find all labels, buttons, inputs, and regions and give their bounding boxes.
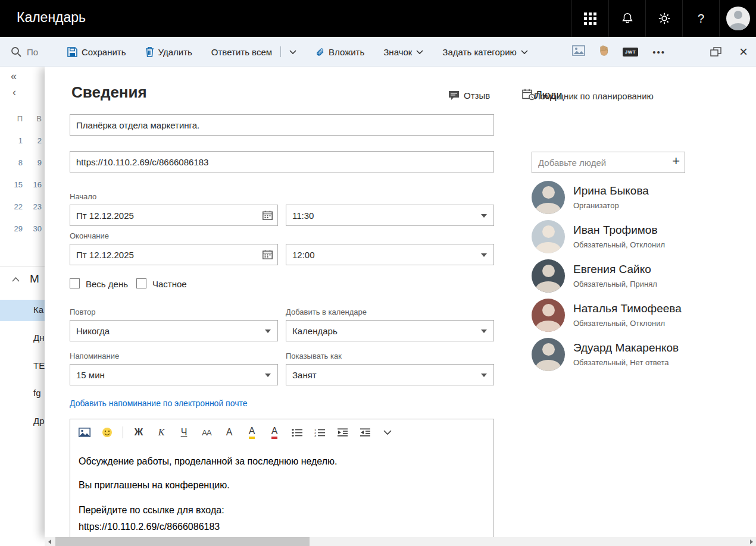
minical-day[interactable]: 22 <box>6 202 23 211</box>
body-editor[interactable]: Ж К Ч АА А А А 123 <box>70 419 494 538</box>
feedback-button[interactable]: Отзыв <box>448 90 490 101</box>
indent-icon[interactable] <box>358 425 372 440</box>
add-people-input[interactable] <box>532 152 685 173</box>
attendee-name[interactable]: Эдуард Макаренков <box>573 341 679 354</box>
hand-icon <box>599 45 608 56</box>
account-button[interactable] <box>719 0 756 37</box>
insert-image-icon[interactable] <box>77 425 92 440</box>
all-day-checkbox[interactable] <box>70 278 80 288</box>
delete-button[interactable]: Удалить <box>145 46 192 57</box>
pop-out-button[interactable] <box>710 37 721 67</box>
minical-day[interactable]: 30 <box>25 224 42 233</box>
flag-button[interactable]: Значок <box>383 47 423 57</box>
flag-label: Значок <box>383 47 412 57</box>
more-formatting-icon[interactable] <box>380 425 395 440</box>
raise-hand-button[interactable] <box>599 45 608 58</box>
end-date-input[interactable] <box>70 244 278 265</box>
horizontal-scrollbar[interactable] <box>45 537 756 546</box>
close-icon: × <box>739 45 748 59</box>
bullet-list-button[interactable] <box>290 425 304 440</box>
attendee-name[interactable]: Иван Трофимов <box>573 224 658 237</box>
top-app-bar: Календарь ? <box>0 0 756 37</box>
command-items: Сохранить Удалить Ответить всем Вложить … <box>67 37 528 67</box>
search-button[interactable]: По <box>11 37 38 67</box>
attendee-name[interactable]: Наталья Тимофеева <box>573 302 682 315</box>
minical-day[interactable]: 16 <box>25 180 42 189</box>
emoji-icon[interactable] <box>100 425 114 440</box>
scroll-right-arrow[interactable] <box>746 537 756 546</box>
bell-icon <box>621 12 634 25</box>
end-time-select[interactable]: 12:00 <box>286 244 494 265</box>
weekday-header: В <box>25 114 42 123</box>
scroll-left-arrow[interactable] <box>45 537 54 546</box>
categorize-button[interactable]: Задать категорию <box>442 47 527 57</box>
attendee-name[interactable]: Евгения Сайко <box>573 263 651 276</box>
add-person-icon[interactable]: + <box>672 153 680 169</box>
sidebar-item-other[interactable]: Др <box>33 416 45 426</box>
search-placeholder: По <box>27 47 38 57</box>
start-time-select[interactable]: 11:30 <box>286 205 494 226</box>
calendar-group-label[interactable]: М <box>30 272 39 285</box>
minical-day[interactable]: 8 <box>6 158 23 167</box>
sidebar-item-birthdays[interactable]: Дн <box>33 332 44 343</box>
attendee-avatar <box>532 259 565 293</box>
body-line: https://10.110.2.69/c/8666086183 <box>79 522 220 532</box>
divider <box>123 426 123 438</box>
insert-picture-button[interactable] <box>572 45 585 58</box>
sidebar-item-fg[interactable]: fg <box>33 388 41 398</box>
app-launcher-button[interactable] <box>571 0 608 37</box>
email-reminder-link[interactable]: Добавить напоминание по электронной почт… <box>70 398 248 408</box>
private-checkbox[interactable] <box>136 278 146 288</box>
notifications-button[interactable] <box>608 0 645 37</box>
attach-button[interactable]: Вложить <box>315 46 364 57</box>
italic-button[interactable]: К <box>154 425 168 440</box>
datepicker-icon[interactable] <box>263 211 273 222</box>
font-button[interactable]: АА <box>199 425 214 440</box>
scheduling-assistant-button[interactable]: Помощник по планированию <box>534 91 654 101</box>
collapse-group-icon[interactable] <box>12 277 20 282</box>
repeat-select[interactable]: Никогда <box>70 320 278 341</box>
save-button[interactable]: Сохранить <box>67 47 126 57</box>
minical-day[interactable]: 29 <box>6 224 23 233</box>
scrollbar-thumb[interactable] <box>55 537 310 546</box>
minical-day[interactable]: 1 <box>6 136 23 145</box>
bold-button[interactable]: Ж <box>132 425 146 440</box>
show-as-select[interactable]: Занят <box>286 364 494 385</box>
attendee-status: Обязательный, Отклонил <box>573 240 665 249</box>
jwt-addin-button[interactable]: JWT <box>623 48 638 57</box>
reply-all-button[interactable]: Ответить всем <box>211 46 296 57</box>
feedback-label: Отзыв <box>464 90 490 101</box>
event-title-input[interactable] <box>70 114 494 136</box>
underline-button[interactable]: Ч <box>177 425 191 440</box>
sidebar-item-te[interactable]: ТЕ <box>33 360 45 371</box>
show-as-label: Показывать как <box>286 352 342 360</box>
more-commands-button[interactable]: ••• <box>652 47 666 57</box>
chevron-down-icon <box>416 50 423 54</box>
minical-day[interactable]: 15 <box>6 180 23 189</box>
minical-day[interactable]: 2 <box>25 136 42 145</box>
minical-day[interactable]: 23 <box>25 202 42 211</box>
attendee-status: Организатор <box>573 201 619 210</box>
attendee-name[interactable]: Ирина Быкова <box>573 184 649 197</box>
font-size-button[interactable]: А <box>222 425 236 440</box>
calendar-sidebar: « ‹ П В 1 2 8 9 15 16 22 23 29 30 М Ка Д… <box>0 67 45 546</box>
prev-month-icon[interactable]: ‹ <box>13 86 16 99</box>
start-date-input[interactable] <box>70 205 278 226</box>
numbered-list-button[interactable]: 123 <box>313 425 327 440</box>
attendee-status: Обязательный, Принял <box>573 280 657 288</box>
sidebar-item-calendar[interactable]: Ка <box>33 305 43 315</box>
event-location-input[interactable] <box>70 151 494 172</box>
outdent-icon[interactable] <box>335 425 349 440</box>
highlight-button[interactable]: А <box>245 425 259 440</box>
datepicker-icon[interactable] <box>263 250 273 262</box>
close-button[interactable]: × <box>739 37 748 67</box>
help-button[interactable]: ? <box>682 0 719 37</box>
search-icon <box>11 46 21 57</box>
collapse-sidebar-icon[interactable]: « <box>11 70 17 83</box>
add-calendar-select[interactable]: Календарь <box>286 320 494 341</box>
minical-day[interactable]: 9 <box>25 158 42 167</box>
reminder-select[interactable]: 15 мин <box>70 364 278 385</box>
settings-button[interactable] <box>645 0 682 37</box>
help-icon: ? <box>698 12 704 26</box>
font-color-button[interactable]: А <box>267 425 282 440</box>
